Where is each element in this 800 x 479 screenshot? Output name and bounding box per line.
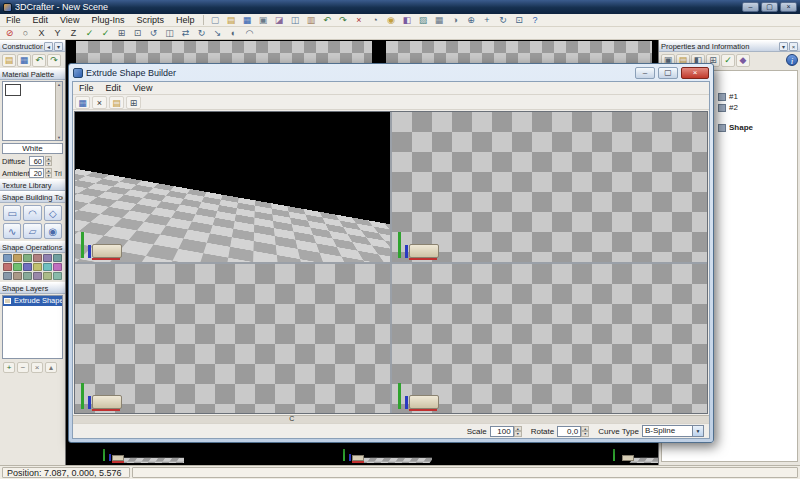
fit-view-icon[interactable]: ⊡ [511, 14, 526, 26]
shape-operation-icon[interactable] [23, 263, 32, 271]
menu-item[interactable]: File [73, 83, 100, 93]
shape-operation-icon[interactable] [13, 272, 22, 280]
shape-operation-icon[interactable] [53, 272, 62, 280]
delete-layer-icon[interactable]: × [31, 362, 43, 373]
ambient-value[interactable]: 20 [29, 168, 44, 178]
material-swatch-grid[interactable]: ▲ ▼ [2, 81, 63, 141]
minimize-icon[interactable]: – [635, 67, 655, 79]
viewport-perspective[interactable] [75, 112, 390, 262]
snap-icon[interactable]: ⊡ [130, 27, 145, 39]
move-icon[interactable]: ⇄ [178, 27, 193, 39]
curve-tool-icon[interactable]: ∿ [3, 223, 21, 239]
builder-titlebar[interactable]: Extrude Shape Builder – ▢ × [72, 64, 710, 81]
minimize-icon[interactable]: – [742, 2, 759, 12]
shape-operation-icon[interactable] [13, 263, 22, 271]
axis-y-icon[interactable]: Y [50, 27, 65, 39]
shape-operation-icon[interactable] [43, 272, 52, 280]
curve-type-select[interactable]: B-Spline ▼ [642, 425, 704, 437]
select-icon[interactable]: ○ [18, 27, 33, 39]
extrude-shape[interactable] [92, 395, 122, 409]
menu-item[interactable]: Edit [100, 83, 128, 93]
undo-icon[interactable]: ↶ [32, 54, 46, 67]
panel-menu-icon[interactable]: ▾ [779, 42, 788, 51]
arc-tool-icon[interactable]: ◠ [23, 205, 41, 221]
maximize-icon[interactable]: ▢ [658, 67, 678, 79]
info-icon[interactable]: i [786, 54, 798, 66]
viewport-bottom-right[interactable] [392, 264, 707, 414]
open-file-icon[interactable]: ▤ [2, 54, 16, 67]
raise-layer-icon[interactable]: ▴ [45, 362, 57, 373]
shape-building-tools-header[interactable]: Shape Building Tools [0, 191, 65, 203]
light-icon[interactable]: ◉ [383, 14, 398, 26]
shape-operation-icon[interactable] [33, 254, 42, 262]
menu-item[interactable]: View [54, 15, 85, 25]
shape-operation-icon[interactable] [23, 254, 32, 262]
open-icon[interactable]: ▤ [223, 14, 238, 26]
maximize-icon[interactable]: ▢ [761, 2, 778, 12]
cut-icon[interactable]: ◪ [271, 14, 286, 26]
menu-item[interactable]: Plug-Ins [85, 15, 130, 25]
smooth-icon[interactable]: ◠ [242, 27, 257, 39]
zoom-icon[interactable]: ⊕ [463, 14, 478, 26]
lathe-icon[interactable]: ◐ [226, 27, 241, 39]
paste-icon[interactable]: ▥ [303, 14, 318, 26]
deselect-icon[interactable]: ⊘ [2, 27, 17, 39]
spin-down-icon[interactable]: ▼ [581, 431, 589, 437]
spin-down-icon[interactable]: ▼ [514, 431, 522, 437]
diffuse-value[interactable]: 60 [29, 156, 44, 166]
help-icon[interactable]: ? [527, 14, 542, 26]
viewport-top-right[interactable] [392, 112, 707, 262]
shape-operation-icon[interactable] [23, 272, 32, 280]
menu-item[interactable]: Help [170, 15, 201, 25]
texture-icon[interactable]: ▨ [415, 14, 430, 26]
diamond-tool-icon[interactable]: ◇ [44, 205, 62, 221]
texture-library-header[interactable]: Texture Library [0, 179, 65, 191]
box-tool-icon[interactable]: ▭ [3, 205, 21, 221]
scale-icon[interactable]: ↘ [210, 27, 225, 39]
swatch-scrollbar[interactable]: ▲ ▼ [55, 82, 62, 140]
close-icon[interactable]: × [780, 2, 797, 12]
camera-icon[interactable]: ◔ [367, 14, 382, 26]
copy-icon[interactable]: ◫ [287, 14, 302, 26]
menu-item[interactable]: File [0, 15, 27, 25]
shape-operation-icon[interactable] [43, 254, 52, 262]
axis-z-icon[interactable]: Z [66, 27, 81, 39]
extrude-shape[interactable] [92, 244, 122, 258]
shape-operation-icon[interactable] [13, 254, 22, 262]
scene-viewport-bottom-3[interactable] [610, 442, 658, 463]
scroll-down-icon[interactable]: ▼ [56, 135, 62, 140]
apply-check-icon[interactable]: ✓ [82, 27, 97, 39]
grid-icon[interactable]: ⊞ [114, 27, 129, 39]
redo-icon[interactable]: ↷ [335, 14, 350, 26]
scene-viewport-bottom-2[interactable] [340, 442, 432, 463]
shape-operation-icon[interactable] [3, 254, 12, 262]
apply-check-icon[interactable]: ✓ [721, 54, 735, 67]
viewport-bottom-left[interactable] [75, 264, 390, 414]
menu-item[interactable]: View [127, 83, 158, 93]
spin-down-icon[interactable]: ▼ [45, 173, 52, 178]
extrude-shape[interactable] [409, 244, 439, 258]
axis-x-icon[interactable]: X [34, 27, 49, 39]
menu-item[interactable]: Edit [27, 15, 55, 25]
pan-icon[interactable]: + [479, 14, 494, 26]
dropdown-icon[interactable]: ▼ [692, 426, 703, 436]
undo-icon[interactable]: ↶ [319, 14, 334, 26]
scene-viewport-bottom-1[interactable] [100, 442, 184, 463]
selected-material-swatch[interactable] [5, 84, 21, 96]
material-icon[interactable]: ◆ [736, 54, 750, 67]
rotate-view-icon[interactable]: ↻ [495, 14, 510, 26]
shape-operation-icon[interactable] [3, 263, 12, 271]
rotate-icon[interactable]: ↻ [194, 27, 209, 39]
shape-layers-header[interactable]: Shape Layers [0, 282, 65, 294]
shape-operation-icon[interactable] [43, 263, 52, 271]
material-icon[interactable]: ◧ [399, 14, 414, 26]
shape-layers-list[interactable]: Extrude Shape Build [2, 295, 63, 359]
local-axes-icon[interactable]: ↺ [146, 27, 161, 39]
rotate-value[interactable]: 0,0 [557, 426, 581, 437]
delete-icon[interactable]: × [92, 96, 107, 109]
shape-operation-icon[interactable] [53, 254, 62, 262]
scene-viewport-top-right[interactable] [386, 41, 652, 64]
shape-operation-icon[interactable] [33, 263, 42, 271]
confirm-check-icon[interactable]: ✓ [98, 27, 113, 39]
shape-operation-icon[interactable] [33, 272, 42, 280]
